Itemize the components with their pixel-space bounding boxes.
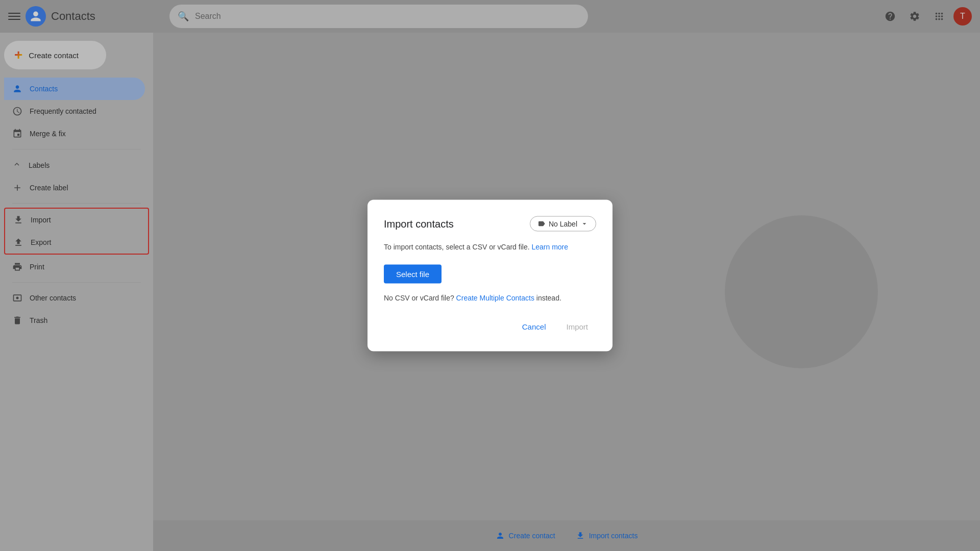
cancel-button[interactable]: Cancel xyxy=(514,318,554,335)
dialog-header: Import contacts No Label xyxy=(384,216,596,232)
no-label-dropdown[interactable]: No Label xyxy=(530,216,596,232)
dialog-description-text: To import contacts, select a CSV or vCar… xyxy=(384,243,530,251)
dialog-description: To import contacts, select a CSV or vCar… xyxy=(384,242,596,253)
no-csv-text: No CSV or vCard file? xyxy=(384,294,454,302)
learn-more-link[interactable]: Learn more xyxy=(531,243,568,251)
dialog-note: No CSV or vCard file? Create Multiple Co… xyxy=(384,294,596,302)
create-multiple-link[interactable]: Create Multiple Contacts xyxy=(456,294,534,302)
import-button[interactable]: Import xyxy=(558,318,596,335)
no-label-text: No Label xyxy=(549,220,577,228)
select-file-button[interactable]: Select file xyxy=(384,265,442,284)
import-dialog: Import contacts No Label To import conta… xyxy=(368,200,612,352)
dialog-title: Import contacts xyxy=(384,218,454,230)
instead-text: instead. xyxy=(536,294,561,302)
dialog-actions: Cancel Import xyxy=(384,318,596,335)
